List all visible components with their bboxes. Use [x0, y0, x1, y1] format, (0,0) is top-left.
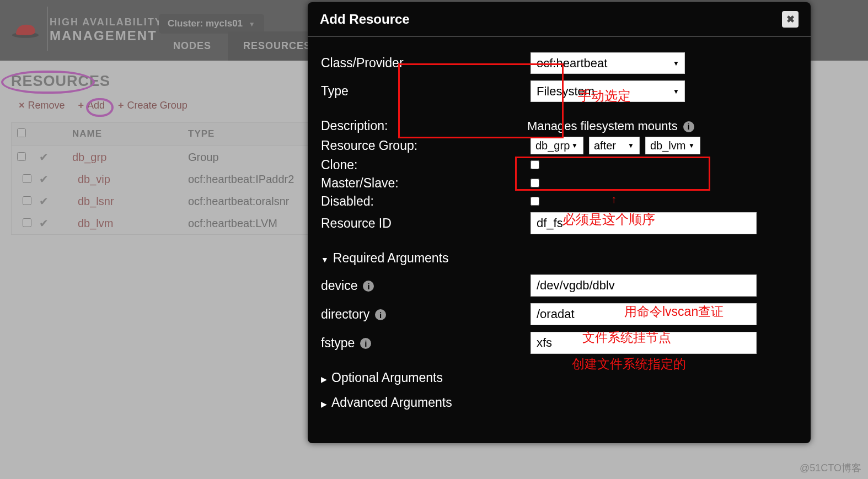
- check-icon: ✔: [39, 195, 72, 208]
- row-clone: Clone:: [321, 158, 797, 173]
- table-row[interactable]: ✔ db_lsnr ocf:heartbeat:oralsnr: [12, 190, 341, 212]
- brand-text: HIGH AVAILABILITY MANAGEMENT: [50, 17, 163, 44]
- logo-area: HIGH AVAILABILITY MANAGEMENT: [0, 0, 163, 61]
- desc-text: Manages filesystem mounts: [527, 119, 678, 133]
- label-device: devicei: [321, 278, 531, 293]
- row-resource-group: Resource Group: db_grp after db_lvm: [321, 137, 797, 154]
- resource-name[interactable]: db_grp: [72, 151, 188, 164]
- plus-icon: +: [78, 100, 84, 111]
- advanced-arguments-toggle[interactable]: ▶Advanced Arguments: [321, 395, 797, 410]
- select-class-provider[interactable]: ocf:heartbeat: [531, 52, 685, 74]
- checkbox-disabled[interactable]: [531, 197, 539, 206]
- col-name: NAME: [72, 128, 188, 140]
- tabbar: NODES RESOURCES: [158, 31, 326, 61]
- label-master-slave: Master/Slave:: [321, 176, 531, 191]
- watermark: @51CTO博客: [800, 461, 861, 475]
- check-icon: ✔: [39, 217, 72, 230]
- optional-arguments-toggle[interactable]: ▶Optional Arguments: [321, 370, 797, 385]
- input-device[interactable]: [531, 275, 757, 297]
- label-class-provider: Class/Provider: [321, 56, 531, 71]
- remove-label: Remove: [28, 100, 65, 111]
- select-position[interactable]: after: [589, 137, 640, 154]
- label-type: Type: [321, 84, 531, 99]
- info-icon[interactable]: i: [363, 281, 374, 292]
- highlight-add: [86, 98, 114, 117]
- checkbox-master-slave[interactable]: [531, 179, 539, 187]
- input-directory[interactable]: [531, 303, 757, 325]
- select-resource-group[interactable]: db_grp: [531, 137, 583, 154]
- row-class-provider: Class/Provider ocf:heartbeat: [321, 52, 797, 74]
- table-row[interactable]: ✔ db_vip ocf:heartbeat:IPaddr2: [12, 168, 341, 190]
- row-directory: directoryi: [321, 303, 797, 325]
- optional-args-label: Optional Arguments: [331, 370, 443, 385]
- triangle-right-icon: ▶: [321, 400, 327, 408]
- close-icon: ✖: [786, 13, 795, 25]
- resource-table: NAME TYPE ✔ db_grp Group ✔ db_vip ocf:he…: [11, 122, 342, 235]
- check-icon: ✔: [39, 150, 72, 164]
- resource-name[interactable]: db_lvm: [72, 217, 188, 230]
- remove-button[interactable]: ×Remove: [19, 100, 65, 111]
- select-after-resource[interactable]: db_lvm: [645, 137, 700, 154]
- modal-body: Class/Provider ocf:heartbeat Type Filesy…: [308, 37, 811, 424]
- row-description: Description: Manages filesystem mountsi: [321, 119, 797, 133]
- redhat-icon: [11, 20, 40, 41]
- label-resource-id: Resource ID: [321, 216, 531, 231]
- highlight-resources: [1, 71, 95, 94]
- modal-title: Add Resource: [320, 12, 410, 27]
- table-row[interactable]: ✔ db_grp Group: [12, 146, 341, 168]
- table-header: NAME TYPE: [12, 123, 341, 146]
- info-icon[interactable]: i: [360, 338, 371, 349]
- value-description: Manages filesystem mountsi: [527, 119, 797, 133]
- input-fstype[interactable]: [531, 332, 757, 354]
- cluster-label: Cluster: mycls01: [168, 18, 243, 29]
- row-checkbox[interactable]: [23, 196, 31, 205]
- row-checkbox[interactable]: [23, 218, 31, 227]
- row-master-slave: Master/Slave:: [321, 176, 797, 191]
- triangle-right-icon: ▶: [321, 375, 327, 384]
- plus-icon: +: [118, 100, 124, 111]
- input-resource-id[interactable]: [531, 212, 757, 234]
- label-description: Description:: [321, 119, 531, 133]
- add-resource-modal: Add Resource ✖ Class/Provider ocf:heartb…: [308, 2, 811, 443]
- label-fstype: fstypei: [321, 336, 531, 351]
- row-checkbox[interactable]: [23, 174, 31, 183]
- label-disabled: Disabled:: [321, 194, 531, 209]
- checkbox-clone[interactable]: [531, 160, 539, 169]
- check-icon: ✔: [39, 173, 72, 186]
- resource-name[interactable]: db_vip: [72, 173, 188, 186]
- select-all-checkbox[interactable]: [17, 128, 26, 137]
- divider: [47, 7, 48, 51]
- table-row[interactable]: ✔ db_lvm ocf:heartbeat:LVM: [12, 212, 341, 234]
- required-arguments-toggle[interactable]: ▼Required Arguments: [321, 251, 797, 266]
- label-clone: Clone:: [321, 158, 531, 173]
- tab-nodes[interactable]: NODES: [158, 31, 227, 61]
- row-type: Type Filesystem: [321, 80, 797, 102]
- create-group-label: Create Group: [127, 100, 187, 111]
- resource-name[interactable]: db_lsnr: [72, 195, 188, 208]
- brand-line2: MANAGEMENT: [50, 28, 163, 44]
- row-disabled: Disabled:: [321, 194, 797, 209]
- triangle-down-icon: ▼: [321, 255, 329, 264]
- row-checkbox[interactable]: [17, 152, 26, 161]
- x-icon: ×: [19, 100, 25, 111]
- info-icon[interactable]: i: [683, 121, 694, 132]
- row-fstype: fstypei: [321, 332, 797, 354]
- close-button[interactable]: ✖: [782, 11, 799, 28]
- info-icon[interactable]: i: [375, 309, 386, 320]
- row-resource-id: Resource ID: [321, 212, 797, 234]
- label-directory: directoryi: [321, 307, 531, 322]
- cluster-selector[interactable]: Cluster: mycls01 ▼: [159, 14, 264, 34]
- create-group-button[interactable]: +Create Group: [118, 100, 187, 111]
- brand-line1: HIGH AVAILABILITY: [50, 17, 163, 29]
- select-type[interactable]: Filesystem: [531, 80, 685, 102]
- required-args-label: Required Arguments: [333, 251, 449, 265]
- label-resource-group: Resource Group:: [321, 138, 531, 153]
- modal-header: Add Resource ✖: [308, 2, 811, 37]
- row-device: devicei: [321, 275, 797, 297]
- advanced-args-label: Advanced Arguments: [331, 395, 452, 410]
- caret-down-icon: ▼: [249, 20, 255, 28]
